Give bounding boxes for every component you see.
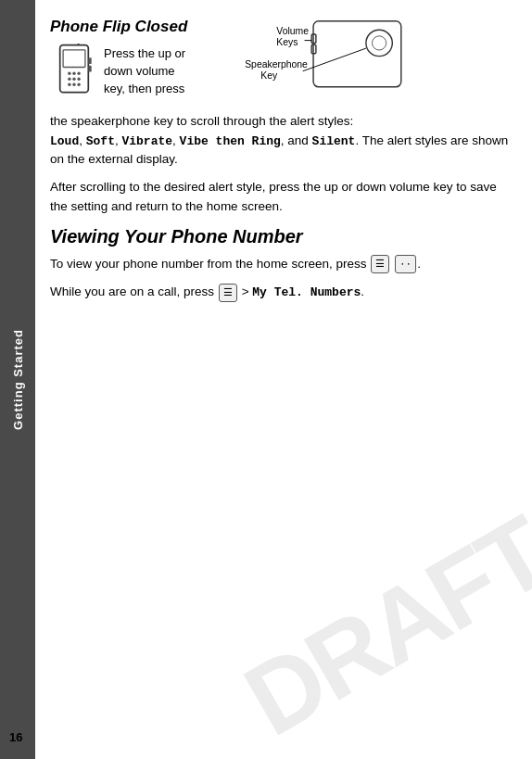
svg-rect-14 [313,21,401,87]
svg-point-9 [72,83,75,86]
gt-symbol: > [242,285,253,298]
alert-vibrate: Vibrate [121,134,172,148]
svg-rect-12 [88,58,91,65]
menu-button-icon: ☰ [371,255,389,274]
alert-soft: Soft [86,134,115,148]
svg-point-3 [72,72,75,75]
body1-text: the speakerphone key to scroll through t… [50,114,353,128]
svg-point-10 [77,83,80,86]
phone-icon [50,44,98,107]
svg-point-5 [68,78,70,81]
section2-body1: To view your phone number from the home … [50,255,512,274]
svg-rect-1 [63,50,85,68]
body-paragraph-2: After scrolling to the desired alert sty… [50,178,512,216]
svg-point-15 [366,30,392,56]
and-text: and [287,133,311,147]
svg-point-2 [68,72,70,75]
sidebar: Getting Started [0,0,35,759]
svg-text:Keys: Keys [276,37,298,47]
title-phone-area: Phone Flip Closed [50,17,235,107]
section1-title: Phone Flip Closed [50,17,187,36]
phone-icon-area: Press the up ordown volumekey, then pres… [50,44,185,107]
svg-point-4 [77,72,80,75]
main-content: Phone Flip Closed [35,0,532,759]
alert-vibe-then-ring: Vibe then Ring [180,134,281,148]
section2-body2: While you are on a call, press ☰ > My Te… [50,283,512,302]
svg-text:Speakerphone: Speakerphone [245,59,308,70]
my-tel-numbers-label: My Tel. Numbers [252,285,361,299]
svg-rect-13 [88,66,91,72]
body-paragraph-1: the speakerphone key to scroll through t… [50,112,512,169]
section2-body2-text: While you are on a call, press [50,285,214,298]
svg-text:Key: Key [260,70,278,81]
diagram-area: Volume Keys Speakerphone Key [235,17,512,100]
svg-point-7 [77,78,80,81]
hash-button-icon: ∙∙ [395,255,416,274]
volume-diagram: Volume Keys Speakerphone Key [243,17,419,100]
svg-point-8 [68,83,70,86]
top-section: Phone Flip Closed [50,17,512,107]
section2-body1-text: To view your phone number from the home … [50,257,366,271]
page-number: 16 [9,730,22,744]
comma1: , [79,133,86,147]
alert-loud: Loud [50,134,79,148]
menu-button-icon2: ☰ [219,284,237,303]
svg-text:Volume: Volume [276,26,309,36]
svg-point-6 [72,78,75,81]
sidebar-label: Getting Started [11,329,25,430]
section2-title: Viewing Your Phone Number [50,225,512,247]
press-text: Press the up ordown volumekey, then pres… [104,44,185,98]
comma3: , [172,133,180,147]
alert-silent: Silent [312,134,356,148]
